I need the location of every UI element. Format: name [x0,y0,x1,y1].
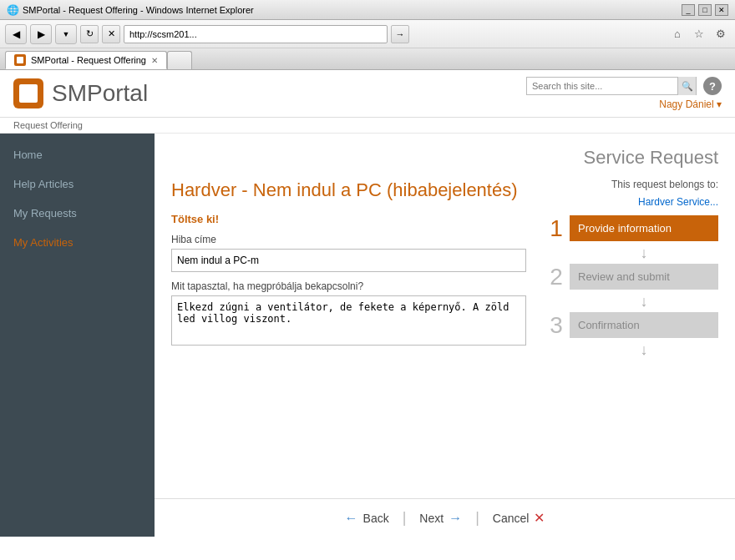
field-label-mit-tapasztal: Mit tapasztal, ha megpróbálja bekapcsoln… [171,280,526,292]
steps-section: This request belongs to: Hardver Service… [543,179,718,361]
app-header: SMPortal 🔍 ? Nagy Dániel ▾ [0,70,735,118]
sidebar-item-label: My Activities [13,236,74,249]
gear-icon[interactable]: ⚙ [712,25,730,43]
tab-label: SMPortal - Request Offering [31,55,146,65]
content-flex: Hardver - Nem indul a PC (hibabejelentés… [171,179,718,361]
belongs-to-label: This request belongs to: [543,179,718,190]
window-controls[interactable]: _ □ ✕ [682,4,728,16]
cancel-button[interactable]: Cancel ✕ [493,510,545,526]
next-button[interactable]: Next → [419,511,462,526]
tab-bar: SMPortal - Request Offering ✕ [0,48,735,70]
sidebar-item-my-requests[interactable]: My Requests [0,199,155,228]
sidebar: Home Help Articles My Requests My Activi… [0,134,155,537]
back-button[interactable]: ← Back [345,511,389,526]
form-section: Hardver - Nem indul a PC (hibabejelentés… [171,179,526,361]
cancel-label: Cancel [493,512,530,525]
back-nav-btn[interactable]: ◀ [5,24,27,44]
field-label-hiba-cime: Hiba címe [171,234,526,245]
header-right: 🔍 ? Nagy Dániel ▾ [526,77,722,110]
back-label: Back [363,512,389,525]
belongs-to-link[interactable]: Hardver Service... [638,196,718,208]
main-content: Home Help Articles My Requests My Activi… [0,134,735,537]
step-3-number: 3 [543,314,570,337]
tab-close-btn[interactable]: ✕ [151,56,158,65]
star-icon[interactable]: ☆ [690,25,708,43]
step-3-item: 3 Confirmation [543,312,718,338]
field-hiba-cime: Hiba címe [171,234,526,272]
step-1-number: 1 [543,217,570,240]
tab-favicon [14,54,26,66]
new-tab-btn[interactable] [167,51,192,69]
step-2-number: 2 [543,265,570,289]
sidebar-item-home[interactable]: Home [0,140,155,169]
field-mit-tapasztal: Mit tapasztal, ha megpróbálja bekapcsoln… [171,280,526,349]
dropdown-nav-btn[interactable]: ▼ [55,24,77,44]
logo-icon-inner [19,84,38,103]
sidebar-item-label: My Requests [13,207,77,219]
content-area: Service Request Hardver - Nem indul a PC… [155,134,735,498]
minimize-btn[interactable]: _ [682,4,695,16]
sidebar-item-help-articles[interactable]: Help Articles [0,169,155,199]
mit-tapasztal-textarea[interactable]: Elkezd zúgni a ventilátor, de fekete a k… [171,295,526,346]
step-2-label: Review and submit [570,264,718,290]
go-btn[interactable]: → [391,25,409,43]
page-title: Service Request [584,147,718,169]
app-logo: SMPortal [13,78,148,108]
cancel-x-icon: ✕ [534,510,545,526]
bottom-nav: ← Back | Next → | Cancel ✕ [155,498,735,537]
user-dropdown-arrow[interactable]: ▾ [717,98,722,110]
back-arrow-icon: ← [345,511,358,526]
maximize-btn[interactable]: □ [698,4,712,16]
search-bar: 🔍 [526,77,697,95]
refresh-btn[interactable]: ↻ [80,25,99,43]
home-icon[interactable]: ⌂ [668,25,687,43]
step-arrow-2: ↓ [570,293,718,310]
divider-2: | [475,509,479,527]
step-1-label: Provide information [570,215,718,241]
search-input[interactable] [527,78,677,94]
logo-text: SMPortal [52,80,148,107]
help-button[interactable]: ? [703,77,722,95]
browser-toolbar: ◀ ▶ ▼ ↻ ✕ → ⌂ ☆ ⚙ [0,20,735,48]
forward-nav-btn[interactable]: ▶ [30,24,52,44]
logo-icon [13,78,43,108]
stop-btn[interactable]: ✕ [102,25,120,43]
close-btn[interactable]: ✕ [715,4,728,16]
next-label: Next [419,512,444,525]
step-arrow-1: ↓ [570,245,718,262]
sidebar-item-label: Help Articles [13,178,74,190]
divider-1: | [403,509,407,527]
browser-titlebar: 🌐 SMPortal - Request Offering - Windows … [0,0,735,20]
search-button[interactable]: 🔍 [677,77,696,95]
browser-title: SMPortal - Request Offering - Windows In… [23,5,254,15]
step-2-item: 2 Review and submit [543,264,718,290]
step-3-label: Confirmation [570,312,718,338]
user-info: Nagy Dániel ▾ [659,98,722,110]
fill-label: Töltse ki! [171,213,526,225]
breadcrumb: Request Offering [0,118,735,134]
hiba-cime-input[interactable] [171,249,526,272]
page-title-row: Service Request [171,147,718,169]
active-tab[interactable]: SMPortal - Request Offering ✕ [5,51,167,69]
breadcrumb-text: Request Offering [13,120,83,130]
next-arrow-icon: → [449,511,462,526]
sidebar-item-label: Home [13,149,43,161]
step-1-item: 1 Provide information [543,215,718,241]
step-arrow-3: ↓ [570,341,718,359]
address-bar[interactable] [124,25,388,43]
user-name[interactable]: Nagy Dániel [659,98,713,110]
sidebar-item-my-activities[interactable]: My Activities [0,228,155,257]
request-title: Hardver - Nem indul a PC (hibabejelentés… [171,179,526,203]
